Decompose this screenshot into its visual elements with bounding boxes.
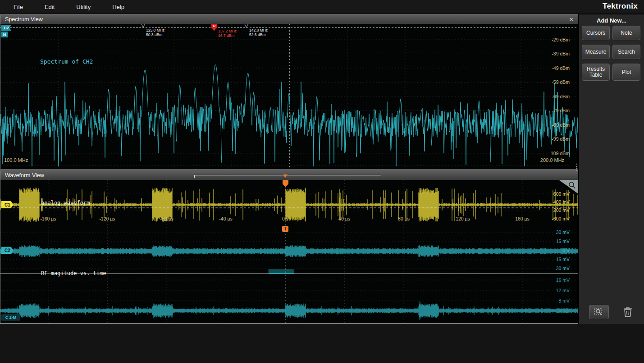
spectrum-y-label: -59 dBm — [552, 79, 570, 85]
bottom-bar: Ch 1 200 mV/div Ter... 1 GHzBw Ch 2 7.5 … — [0, 324, 644, 363]
marker-a-icon[interactable]: ▽ — [141, 24, 145, 28]
reference-marker-tip — [212, 28, 216, 31]
oscilloscope-app: File Edit Utility Help Tektronix Spectru… — [0, 0, 644, 363]
ch2m-scale-label: 8 mV — [558, 298, 570, 303]
spectrum-annotation[interactable]: Spectrum of CH2 — [40, 58, 93, 65]
trash-button[interactable] — [620, 304, 636, 320]
trash-icon — [623, 306, 633, 318]
menu-file[interactable]: File — [14, 4, 23, 10]
time-label: -120 µs — [91, 216, 123, 221]
spectrum-view-header[interactable]: Spectrum View × — [0, 15, 578, 24]
spectrum-view: Spectrum View × C2 N ▽ 125.0 MHz 50.3 dB… — [0, 14, 578, 170]
measure-button[interactable]: Measure — [582, 45, 610, 59]
spectrum-trace-badge[interactable]: N — [1, 32, 8, 37]
spectrum-x-start-label: 100.0 MHz — [4, 157, 28, 163]
spectrum-x-end-label: 200.0 MHz — [540, 157, 564, 163]
menu-bar: File Edit Utility Help Tektronix — [0, 0, 644, 14]
ch2-scale-label: 15 mV — [556, 239, 570, 244]
time-label: 120 µs — [447, 216, 479, 221]
menu-edit[interactable]: Edit — [45, 4, 55, 10]
time-label: -40 µs — [210, 216, 242, 221]
waveform-view-header[interactable]: Waveform View — [0, 171, 578, 180]
menu-help[interactable]: Help — [112, 4, 124, 10]
add-new-title: Add New... — [579, 17, 644, 24]
waveform-view-title: Waveform View — [5, 172, 44, 179]
channel2-math-badge[interactable]: C 2-M — [1, 314, 20, 321]
ch2m-scale-label: 16 mV — [556, 277, 570, 283]
reference-marker-readout: 137.2 MHz 46.7 dBm — [218, 29, 237, 38]
ch2-trace — [0, 245, 578, 257]
spectrum-y-label: -89 dBm — [552, 122, 570, 128]
ch2m-scale-label: 12 mV — [556, 288, 570, 293]
ch2-scale-label: 30 mV — [556, 230, 570, 235]
zoom-box-icon — [594, 308, 604, 317]
tektronix-logo: Tektronix — [603, 2, 638, 11]
ch2-scale-label: -30 mV — [554, 266, 570, 271]
spectrum-plot[interactable]: C2 N ▽ 125.0 MHz 50.3 dBm R 137.2 MHz 46… — [0, 24, 578, 169]
ch2-annotation[interactable]: RF magitude vs. time — [41, 270, 106, 276]
spectrum-y-label: -79 dBm — [552, 108, 570, 113]
marker-a-readout: 125.0 MHz 50.3 dBm — [146, 28, 164, 37]
spectrum-y-label: -29 dBm — [552, 37, 570, 42]
ch1-scale-label: 200 mV — [553, 207, 570, 213]
spectrum-y-label: -49 dBm — [552, 65, 570, 71]
plot-button[interactable]: Plot — [612, 64, 640, 81]
ch2-scale-label: 0 V — [562, 248, 570, 253]
reference-marker-icon[interactable]: R — [211, 24, 217, 28]
ch2m-scale-label: 4 mV — [558, 308, 570, 313]
menu-utility[interactable]: Utility — [76, 4, 91, 10]
spectrum-canvas — [0, 24, 578, 169]
close-icon[interactable]: × — [569, 15, 573, 23]
time-label: -160 µs — [32, 216, 64, 221]
ch1-scale-label: -600 mV — [552, 216, 570, 221]
expansion-point-icon[interactable] — [283, 175, 288, 178]
note-button[interactable]: Note — [612, 26, 640, 40]
trigger-position-marker[interactable]: T — [282, 226, 288, 232]
search-button[interactable]: Search — [612, 45, 640, 59]
ch1-annotation[interactable]: analog waveform — [41, 200, 90, 206]
time-label: 0 s — [269, 216, 301, 221]
measurement-gate[interactable] — [269, 269, 294, 274]
acquisition-window-bracket[interactable] — [194, 175, 381, 178]
spectrum-y-label: -69 dBm — [552, 94, 570, 99]
zoom-overview-button[interactable] — [589, 305, 609, 319]
marker-b-icon[interactable]: ▽ — [244, 24, 248, 28]
marker-b-readout: 142.8 MHz 52.6 dBm — [249, 28, 268, 37]
ch2-scale-label: -15 mV — [554, 257, 570, 262]
time-label: 40 µs — [329, 216, 360, 221]
time-label: 80 µs — [388, 216, 420, 221]
waveform-plot[interactable]: C1 analog waveform 600 mV 400 mV 200 mV … — [0, 180, 578, 323]
time-label: -80 µs — [151, 216, 183, 221]
ch1-scale-label: 600 mV — [553, 191, 570, 197]
spectrum-view-title: Spectrum View — [5, 16, 43, 23]
spectrum-y-label: -109 dBm — [549, 151, 570, 156]
waveform-view: Waveform View C1 analog waveform 600 mV … — [0, 170, 578, 324]
time-label: 160 µs — [507, 216, 538, 221]
right-sidebar: Add New... Cursors Note Measure Search R… — [579, 14, 644, 324]
ch2m-trace — [0, 301, 578, 320]
spectrum-y-label: -99 dBm — [552, 136, 570, 142]
spectrum-trace — [0, 64, 578, 166]
results-table-button[interactable]: Results Table — [582, 64, 610, 81]
cursors-button[interactable]: Cursors — [582, 26, 610, 40]
ch1-scale-label: 400 mV — [553, 199, 570, 205]
spectrum-y-label: -39 dBm — [552, 51, 570, 56]
